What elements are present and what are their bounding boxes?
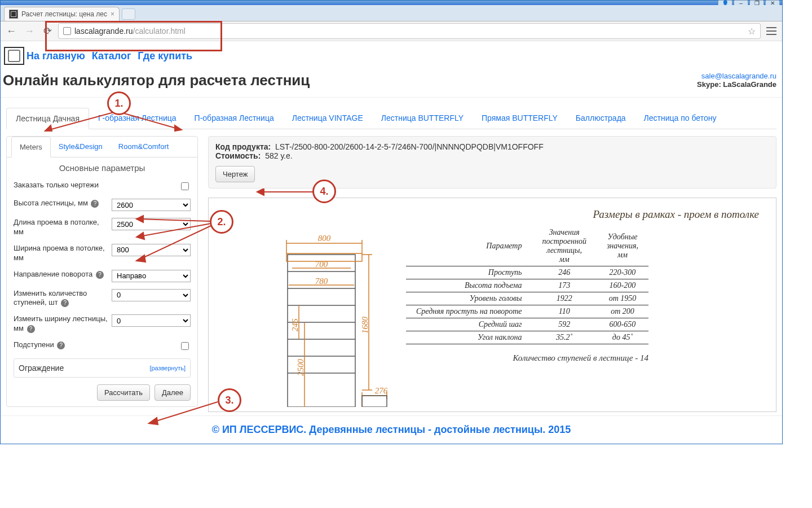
width-label: Ширина проема в потолке, мм [14,244,109,263]
order-drawings-checkbox[interactable] [181,182,189,190]
param-tabs: MetersStyle&DesignRoom&Comfort [7,137,197,157]
calculate-button[interactable]: Рассчитать [97,384,150,401]
expand-link[interactable]: [развернуть] [149,365,186,371]
new-tab-button[interactable] [122,8,135,20]
site-logo-icon[interactable] [4,47,24,65]
stair-type-tabs: Лестница ДачнаяГ-образная ЛестницаП-обра… [6,108,776,129]
help-icon[interactable]: ? [96,271,104,279]
help-icon[interactable]: ? [27,325,35,333]
top-nav: На главную Каталог Где купить [27,50,197,62]
inner-tab[interactable]: Meters [11,137,51,157]
steps-count-note: Количество ступеней в лестнице - 14 [406,353,648,363]
window-titlebar: 👤 – ❐ ✕ [1,1,782,5]
cost-label: Стоимость: [215,151,261,160]
drawing-preview: Размеры в рамках - проем в потолке [208,198,776,412]
footer-copyright: © ИП ЛЕССЕРВИС. Деревянные лестницы - до… [1,415,782,444]
turn-label: Направление поворота [14,270,92,278]
url-host: lascalagrande.ru [74,27,133,36]
svg-text:800: 800 [318,234,331,243]
contact-block: sale@lascalagrande.ru Skype: LaScalaGran… [697,72,776,89]
main-tab[interactable]: Лестница по бетону [635,108,726,129]
spec-row: Средний шаг592600-650 [406,318,648,331]
inner-tab[interactable]: Style&Design [51,137,111,157]
favicon-icon [9,10,18,19]
spec-row: Уровень головы1922от 1950 [406,292,648,305]
main-tab[interactable]: Лестница BUTTERFLY [372,108,473,129]
spec-col-header: Удобныезначения,мм [597,226,648,266]
order-drawings-label: Заказать только чертежи [14,181,99,190]
home-link[interactable]: На главную [27,50,85,62]
reload-button[interactable]: ⟳ [40,24,55,38]
main-tab[interactable]: Лестница VINTAGE [283,108,372,129]
spec-row: Угол наклона35.2˚до 45˚ [406,331,648,344]
site-info-icon[interactable] [63,27,71,35]
url-path: /calculator.html [133,27,186,36]
address-bar[interactable]: lascalagrande.ru/calculator.html ☆ [58,23,761,39]
svg-text:276: 276 [375,386,388,395]
spec-row: Высота подъема173160-200 [406,279,648,292]
length-select[interactable]: 2500 [112,218,191,230]
browser-tab[interactable]: Расчет лестницы: цена лес × [4,7,120,21]
skype-value: LaScalaGrande [723,80,776,89]
product-code-label: Код продукта: [215,142,271,151]
main-tab[interactable]: Прямая BUTTERFLY [473,108,567,129]
stair-diagram-icon: 800 700 780 246 2500 1680 276 [220,226,389,407]
drawing-button[interactable]: Чертеж [215,166,255,182]
length-label: Длина проема в потолке, мм [14,218,109,237]
help-icon[interactable]: ? [57,341,65,349]
risers-label: Подступени [14,340,54,349]
spec-row: Средняя проступь на повороте110от 200 [406,305,648,318]
turn-select[interactable]: Направо [112,270,191,282]
svg-text:2500: 2500 [296,359,305,376]
forward-button[interactable]: → [22,24,37,38]
main-tab[interactable]: Баллюстрада [567,108,635,129]
spec-row: Проступь246220-300 [406,266,648,279]
skype-label: Skype: [697,80,721,89]
svg-text:1680: 1680 [360,317,369,334]
bookmark-star-icon[interactable]: ☆ [748,26,756,37]
svg-text:780: 780 [315,277,328,286]
main-tab[interactable]: П-образная Лестница [186,108,283,129]
catalog-link[interactable]: Каталог [92,50,131,62]
tab-title: Расчет лестницы: цена лес [21,10,107,18]
page-title: Онлайн калькулятор для расчета лестниц [3,72,310,89]
product-code-value: LST-/2500-800-200/2600-14-2-5-7/246N-700… [275,142,544,151]
browser-toolbar: ← → ⟳ lascalagrande.ru/calculator.html ☆ [1,21,782,41]
main-tab[interactable]: Г-образная Лестница [89,108,186,129]
contact-email-link[interactable]: sale@lascalagrande.ru [701,72,776,80]
height-select[interactable]: 2600 [112,199,191,211]
spec-col-header: Значенияпостроеннойлестницы,мм [532,226,596,266]
main-tab[interactable]: Лестница Дачная [6,108,89,129]
spec-col-header: Параметр [406,226,532,266]
drawing-title: Размеры в рамках - проем в потолке [220,208,759,221]
steps-select[interactable]: 0 [112,289,191,301]
cost-value: 582 у.е. [265,151,292,160]
height-label: Высота лестницы, мм [14,199,88,207]
svg-text:246: 246 [290,318,299,331]
form-section-title: Основные параметры [14,163,191,173]
svg-rect-22 [362,396,387,407]
tab-close-icon[interactable]: × [111,10,114,18]
next-button[interactable]: Далее [155,384,191,401]
width-select[interactable]: 800 [112,244,191,256]
svg-text:700: 700 [315,260,328,269]
browser-tabstrip: Расчет лестницы: цена лес × [1,5,782,21]
where-to-buy-link[interactable]: Где купить [138,50,192,62]
risers-checkbox[interactable] [181,342,189,350]
inner-tab[interactable]: Room&Comfort [111,137,177,157]
railing-expander[interactable]: Ограждение [развернуть] [14,358,191,378]
product-summary: Код продукта: LST-/2500-800-200/2600-14-… [208,136,776,189]
railing-label: Ограждение [19,364,64,373]
help-icon[interactable]: ? [61,299,69,307]
back-button[interactable]: ← [4,24,19,38]
help-icon[interactable]: ? [91,200,99,208]
stair-width-select[interactable]: 0 [112,314,191,327]
spec-table: ПараметрЗначенияпостроеннойлестницы,ммУд… [406,226,648,344]
steps-label: Изменить количество ступеней, шт [14,289,87,307]
chrome-menu-button[interactable] [764,24,779,38]
